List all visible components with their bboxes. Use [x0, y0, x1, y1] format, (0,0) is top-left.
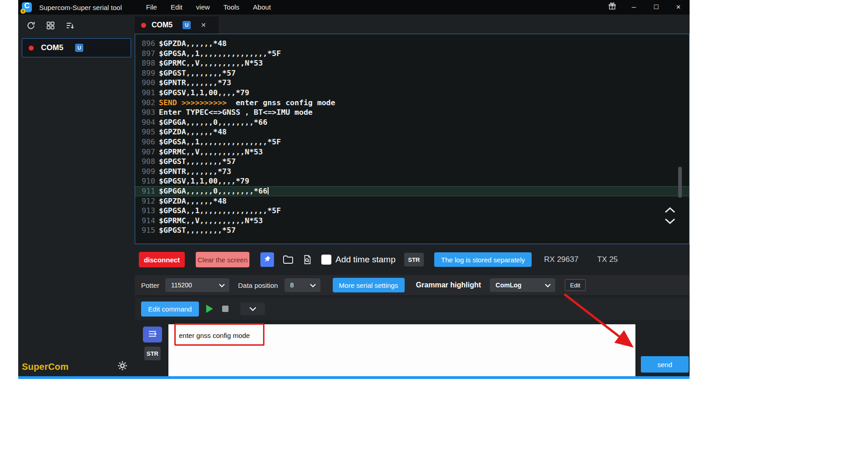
str-mode-button[interactable]: STR [404, 253, 424, 266]
line-number: 904 [135, 118, 159, 128]
chevron-down-icon [545, 281, 551, 289]
line-text: $GPGST,,,,,,,,*57 [159, 68, 236, 78]
maximize-button[interactable]: ☐ [645, 0, 667, 15]
sidebar-toolbar [18, 15, 135, 35]
line-number: 900 [135, 78, 159, 88]
grammar-edit-button[interactable]: Edit [565, 279, 586, 291]
terminal-line: 909$GPNTR,,,,,,,*73 [135, 167, 689, 177]
line-text: $GPZDA,,,,,,*48 [159, 127, 227, 137]
command-dropdown[interactable] [240, 302, 265, 315]
line-text: $GPZDA,,,,,,*48 [159, 39, 227, 49]
line-text: $GPGGA,,,,,,0,,,,,,,,*66 [159, 186, 269, 196]
line-number: 903 [135, 107, 159, 118]
terminal-line: 898$GPRMC,,V,,,,,,,,,,N*53 [135, 58, 689, 68]
terminal-line: 899$GPGST,,,,,,,,*57 [135, 68, 689, 78]
log-separately-button[interactable]: The log is stored separately [434, 252, 532, 267]
scroll-down-icon[interactable] [664, 218, 677, 225]
grammar-select[interactable]: ComLog [490, 278, 555, 292]
port-label: COM5 [41, 43, 63, 52]
timestamp-checkbox[interactable] [321, 255, 331, 265]
terminal-line: 904$GPGGA,,,,,,0,,,,,,,,*66 [135, 118, 689, 128]
terminal-toolbar: disconnect Clear the screen [135, 250, 690, 269]
line-number: 909 [135, 167, 159, 177]
multi-send-button[interactable] [143, 327, 162, 342]
chevron-down-icon [219, 281, 225, 289]
baud-rate-select[interactable]: 115200 [165, 278, 229, 292]
gift-icon[interactable] [602, 2, 623, 12]
terminal-line: 907$GPRMC,,V,,,,,,,,,,N*53 [135, 147, 689, 157]
menu-view[interactable]: view [189, 0, 217, 15]
main-panel: COM5 U ✕ 896$GPZDA,,,,,,*48897$GPGSA,,1,… [135, 15, 690, 376]
menu-file[interactable]: File [139, 0, 164, 15]
terminal-line: 910$GPGSV,1,1,00,,,,*79 [135, 176, 689, 186]
pin-icon [264, 256, 271, 264]
line-number: 913 [135, 206, 159, 216]
tab-close-icon[interactable]: ✕ [201, 21, 206, 29]
send-area: STR enter gnss config mode send [135, 323, 690, 376]
command-bar: Edit command [135, 298, 690, 320]
settings-gear-icon[interactable] [117, 361, 127, 373]
app-title: Supercom-Super serial tool [39, 4, 122, 11]
window-controls: ─ ☐ ✕ [602, 0, 690, 15]
sidebar-item-com5[interactable]: COM5 U [22, 38, 131, 57]
terminal-scrollbar[interactable] [678, 167, 682, 198]
app-logo-icon: CS [22, 2, 32, 12]
terminal-line: 908$GPGST,,,,,,,,*57 [135, 157, 689, 167]
open-folder-icon[interactable] [283, 255, 294, 264]
refresh-icon[interactable] [26, 21, 36, 30]
terminal-line: 911$GPGGA,,,,,,0,,,,,,,,*66 [135, 186, 689, 196]
titlebar: CS Supercom-Super serial tool File Edit … [18, 0, 690, 15]
pin-button[interactable] [260, 252, 274, 267]
line-number: 908 [135, 157, 159, 167]
terminal-output[interactable]: 896$GPZDA,,,,,,*48897$GPGSA,,1,,,,,,,,,,… [135, 34, 690, 244]
send-marker: SEND >>>>>>>>>> [159, 98, 227, 107]
sort-list-icon[interactable] [66, 21, 75, 30]
sidebar: COM5 U SuperCom [18, 15, 135, 376]
play-icon[interactable] [206, 305, 213, 313]
send-input[interactable]: enter gnss config mode [168, 324, 635, 376]
line-text: $GPZDA,,,,,,*48 [159, 196, 227, 206]
menubar: File Edit view Tools About [139, 0, 278, 15]
more-serial-settings-button[interactable]: More serial settings [333, 278, 405, 292]
baud-rate-label: Potter [141, 281, 159, 289]
line-number: 910 [135, 176, 159, 186]
line-text: $GPNTR,,,,,,,*73 [159, 78, 231, 88]
view-log-file-icon[interactable] [302, 255, 312, 265]
rx-counter: RX 29637 [544, 255, 579, 264]
line-text: $GPRMC,,V,,,,,,,,,,N*53 [159, 216, 263, 226]
tabbar: COM5 U ✕ [135, 15, 690, 34]
terminal-line: 912$GPZDA,,,,,,*48 [135, 196, 689, 206]
terminal-line: 902SEND >>>>>>>>>> enter gnss config mod… [135, 98, 689, 108]
menu-edit[interactable]: Edit [164, 0, 189, 15]
grid-view-icon[interactable] [46, 21, 55, 30]
tab-usb-badge: U [183, 21, 191, 29]
line-number: 896 [135, 39, 159, 49]
bottom-accent-bar [18, 376, 690, 379]
line-text: $GPRMC,,V,,,,,,,,,,N*53 [159, 147, 263, 157]
close-button[interactable]: ✕ [667, 0, 690, 15]
scroll-up-icon[interactable] [664, 206, 677, 214]
menu-about[interactable]: About [246, 0, 278, 15]
menu-tools[interactable]: Tools [217, 0, 246, 15]
stop-icon[interactable] [222, 306, 228, 312]
data-bits-label: Data position [238, 281, 278, 289]
chevron-down-icon [310, 281, 316, 289]
line-number: 912 [135, 196, 159, 206]
data-bits-select[interactable]: 8 [284, 278, 320, 292]
tab-label: COM5 [152, 21, 173, 29]
tx-counter: TX 25 [597, 255, 618, 264]
edit-command-button[interactable]: Edit command [141, 302, 199, 317]
disconnect-button[interactable]: disconnect [139, 252, 185, 267]
minimize-button[interactable]: ─ [623, 0, 645, 15]
line-number: 915 [135, 225, 159, 235]
terminal-line: 905$GPZDA,,,,,,*48 [135, 127, 689, 137]
clear-screen-button[interactable]: Clear the screen [196, 252, 249, 267]
line-text: $GPNTR,,,,,,,*73 [159, 167, 231, 177]
line-text: $GPGSA,,1,,,,,,,,,,,,,,,*5F [159, 206, 281, 216]
line-text: $GPGGA,,,,,,0,,,,,,,,*66 [159, 118, 267, 128]
tab-com5[interactable]: COM5 U ✕ [135, 16, 218, 34]
send-button[interactable]: send [641, 356, 689, 373]
str-send-button[interactable]: STR [144, 347, 161, 360]
line-number: 899 [135, 68, 159, 78]
line-text: $GPGSA,,1,,,,,,,,,,,,,,,*5F [159, 137, 281, 147]
